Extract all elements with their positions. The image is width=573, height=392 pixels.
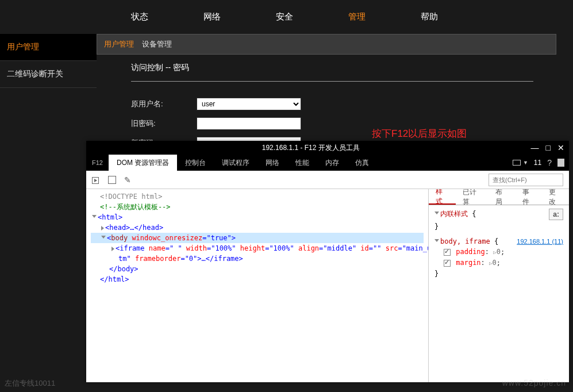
input-old-pwd[interactable] (197, 117, 301, 130)
top-nav: 状态 网络 安全 管理 帮助 (0, 0, 573, 34)
expand-icon[interactable] (434, 239, 439, 244)
devtools-body: <!DOCTYPE html> <!--系统默认模板--> <html> <he… (86, 189, 569, 382)
dom-iframe-row2[interactable]: tm" frameborder="0">…</iframe> (91, 253, 424, 264)
error-count[interactable]: 11 (534, 159, 541, 167)
select-element-icon[interactable] (92, 176, 100, 184)
dom-doctype[interactable]: <!DOCTYPE html> (100, 193, 162, 201)
cb-margin[interactable] (444, 260, 451, 267)
device-icon[interactable]: ▼ (513, 160, 528, 166)
tab-user-manage[interactable]: 用户管理 (104, 39, 134, 49)
devtools-toolbar: ✎ (86, 171, 569, 189)
expand-icon[interactable] (434, 212, 439, 217)
content: 用户管理 设备管理 访问控制 -- 密码 原用户名: user 旧密码: 新密码… (97, 34, 573, 156)
stab-styles[interactable]: 样式 (429, 189, 456, 205)
dt-tab-emulation[interactable]: 仿真 (347, 155, 377, 171)
nav-help[interactable]: 帮助 (393, 11, 466, 22)
sidebar: 用户管理 二维码诊断开关 (0, 34, 97, 156)
devtools-title: 192.168.1.1 - F12 开发人员工具 (91, 143, 531, 153)
dom-body-row[interactable]: <body windowc_onresizez="true"> (91, 233, 424, 243)
sidebar-item-qr-diag[interactable]: 二维码诊断开关 (0, 61, 97, 88)
style-source-link[interactable]: 192.168.1.1 (11) (517, 236, 563, 247)
main-wrap: 用户管理 二维码诊断开关 用户管理 设备管理 访问控制 -- 密码 原用户名: … (0, 34, 573, 156)
dom-iframe-row[interactable]: <iframe name=" " width="100%" height="10… (91, 243, 424, 253)
pseudo-a-button[interactable]: a: (549, 209, 563, 220)
expand-icon[interactable] (111, 247, 114, 251)
label-orig-user: 原用户名: (131, 99, 197, 109)
stab-computed[interactable]: 已计算 (456, 189, 489, 205)
section-title: 访问控制 -- 密码 (131, 63, 556, 73)
watermark: www.52pojie.cn (502, 378, 566, 387)
stab-events[interactable]: 事件 (516, 189, 543, 205)
dom-html-open[interactable]: <html> (98, 213, 122, 221)
dom-tree[interactable]: <!DOCTYPE html> <!--系统默认模板--> <html> <he… (86, 189, 428, 382)
section: 访问控制 -- 密码 原用户名: user 旧密码: 新密码: (97, 55, 573, 149)
divider (131, 81, 533, 82)
dom-comment[interactable]: <!--系统默认模板--> (100, 203, 171, 211)
dom-html-close[interactable]: </html> (100, 275, 129, 283)
dt-tab-console[interactable]: 控制台 (177, 155, 214, 171)
dom-body-close[interactable]: </body> (109, 265, 139, 273)
dt-tab-debugger[interactable]: 调试程序 (214, 155, 257, 171)
close-icon[interactable]: ✕ (557, 143, 564, 152)
expand-icon[interactable] (92, 215, 97, 220)
maximize-icon[interactable]: □ (546, 143, 551, 152)
nav-network[interactable]: 网络 (176, 11, 248, 22)
nav-security[interactable]: 安全 (248, 11, 321, 22)
row-old-pwd: 旧密码: (131, 117, 556, 130)
devtools-titlebar[interactable]: 192.168.1.1 - F12 开发人员工具 — □ ✕ (86, 141, 569, 155)
expand-icon[interactable] (101, 236, 106, 241)
cb-padding[interactable] (444, 249, 451, 256)
nav-manage[interactable]: 管理 (321, 11, 393, 22)
dom-head[interactable]: <head>…</head> (105, 224, 163, 232)
devtools-tabs: F12 DOM 资源管理器 控制台 调试程序 网络 性能 内存 仿真 ▼ 11 … (86, 155, 569, 171)
tab-device-manage[interactable]: 设备管理 (142, 39, 172, 49)
styles-body[interactable]: 内联样式 {a: } body, iframe {192.168.1.1 (11… (429, 205, 569, 282)
notice-text: 按下F12以后显示如图 (372, 127, 467, 140)
highlight-icon[interactable] (108, 176, 116, 184)
styles-tabs: 样式 已计算 布局 事件 更改 (429, 189, 569, 205)
color-picker-icon[interactable]: ✎ (124, 175, 131, 185)
help-icon[interactable]: ? (547, 158, 552, 167)
pin-icon[interactable] (557, 159, 564, 167)
styles-panel: 样式 已计算 布局 事件 更改 内联样式 {a: } body, iframe … (428, 189, 569, 382)
f12-label: F12 (86, 159, 109, 166)
row-orig-user: 原用户名: user (131, 98, 556, 110)
label-old-pwd: 旧密码: (131, 118, 197, 129)
tab-bar: 用户管理 设备管理 (97, 34, 556, 55)
select-orig-user[interactable]: user (197, 98, 301, 110)
devtools-window: 192.168.1.1 - F12 开发人员工具 — □ ✕ F12 DOM 资… (86, 141, 569, 382)
bottom-text: 左信专线10011 (5, 378, 55, 389)
stab-changes[interactable]: 更改 (542, 189, 569, 205)
devtools-search-input[interactable] (489, 174, 563, 186)
nav-status[interactable]: 状态 (103, 11, 176, 22)
dt-tab-network[interactable]: 网络 (257, 155, 287, 171)
minimize-icon[interactable]: — (531, 143, 539, 152)
dt-tab-memory[interactable]: 内存 (317, 155, 347, 171)
dt-tab-dom[interactable]: DOM 资源管理器 (109, 155, 177, 171)
expand-icon[interactable] (101, 226, 104, 230)
sidebar-item-user-manage[interactable]: 用户管理 (0, 34, 97, 61)
stab-layout[interactable]: 布局 (489, 189, 516, 205)
dt-tab-perf[interactable]: 性能 (287, 155, 317, 171)
